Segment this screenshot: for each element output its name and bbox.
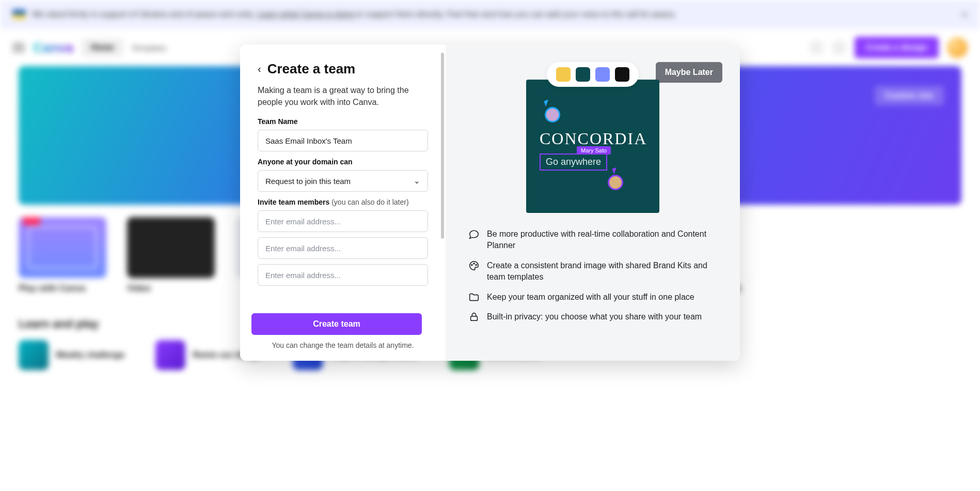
svg-point-2 — [476, 264, 477, 265]
benefit-brand: Create a consistent brand image with sha… — [468, 260, 717, 283]
modal-overlay: ‹ Create a team Making a team is a great… — [0, 0, 980, 491]
label-domain: Anyone at your domain can — [258, 158, 428, 166]
back-chevron-icon[interactable]: ‹ — [258, 63, 261, 75]
team-preview: CONCORDIA Mary Sato Go anywhere — [463, 62, 722, 213]
modal-left-panel: ‹ Create a team Making a team is a great… — [240, 44, 446, 361]
preview-user-tag: Mary Sato — [577, 146, 611, 155]
benefit-organized: Keep your team organized with all your s… — [468, 291, 717, 303]
benefit-collaboration: Be more productive with real-time collab… — [468, 228, 717, 252]
benefits-list: Be more productive with real-time collab… — [463, 228, 722, 323]
create-team-modal: ‹ Create a team Making a team is a great… — [240, 44, 740, 361]
svg-rect-3 — [471, 316, 478, 320]
palette-icon — [468, 260, 480, 271]
chevron-down-icon: ⌄ — [414, 176, 420, 186]
svg-point-0 — [471, 264, 472, 265]
collaborator-cursor-1 — [545, 100, 560, 122]
benefit-privacy: Built-in privacy: you choose what you sh… — [468, 311, 717, 323]
modal-right-panel: Maybe Later CONCORDIA Mary Sato Go anywh… — [446, 44, 740, 361]
modal-lead-text: Making a team is a great way to bring th… — [258, 84, 428, 108]
invite-email-input-2[interactable] — [258, 237, 428, 259]
chat-bubble-icon — [468, 228, 480, 240]
lock-icon — [468, 311, 480, 323]
domain-permission-select[interactable]: Request to join this team ⌄ — [258, 170, 428, 192]
modal-scrollbar[interactable] — [440, 49, 446, 240]
swatch-black — [615, 67, 629, 82]
domain-select-value: Request to join this team — [265, 177, 351, 186]
preview-brand-name: CONCORDIA — [540, 129, 646, 148]
label-invite: Invite team members (you can also do it … — [258, 198, 428, 206]
preview-tagline: Go anywhere — [540, 154, 607, 171]
maybe-later-button[interactable]: Maybe Later — [656, 62, 722, 83]
folder-icon — [468, 291, 480, 303]
invite-email-input-1[interactable] — [258, 210, 428, 232]
collaborator-cursor-2 — [608, 168, 623, 190]
swatch-teal — [576, 67, 590, 82]
modal-title: Create a team — [267, 61, 356, 77]
footer-hint: You can change the team details at anyti… — [251, 341, 434, 349]
swatch-blue — [595, 67, 610, 82]
create-team-button[interactable]: Create team — [251, 313, 422, 335]
swatch-yellow — [556, 67, 571, 82]
team-name-input[interactable] — [258, 130, 428, 151]
invite-email-input-3[interactable] — [258, 264, 428, 286]
svg-point-1 — [473, 263, 475, 264]
brand-color-swatches — [547, 62, 639, 87]
label-team-name: Team Name — [258, 117, 428, 126]
preview-card: CONCORDIA Mary Sato Go anywhere — [526, 80, 659, 213]
